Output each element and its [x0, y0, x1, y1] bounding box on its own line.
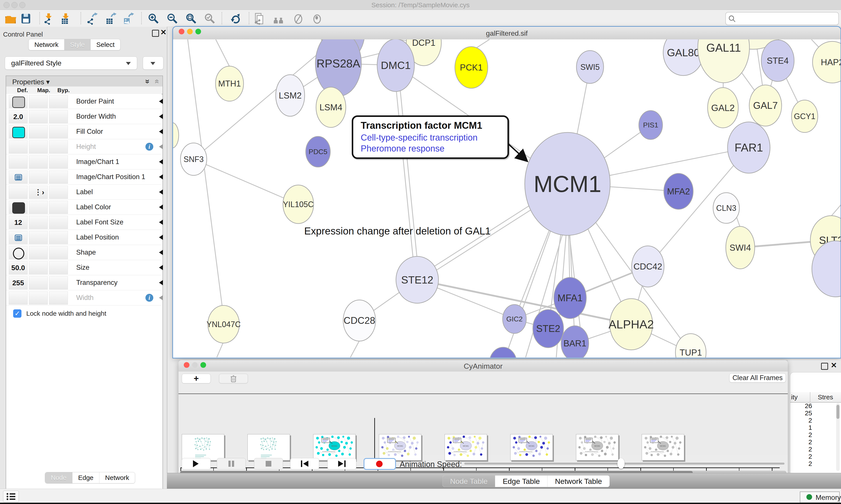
import-network-icon[interactable]	[43, 13, 55, 25]
table-cell[interactable]: 26	[790, 402, 812, 410]
default-value[interactable]: 2.0	[9, 113, 28, 121]
memory-button[interactable]: Memory	[800, 491, 840, 503]
byp-cell[interactable]	[49, 170, 68, 184]
pause-button[interactable]	[217, 458, 246, 469]
default-swatch[interactable]	[12, 127, 25, 138]
property-row-label[interactable]: ⋮› Label	[6, 184, 162, 200]
skip-to-start-button[interactable]	[290, 458, 319, 469]
annotation-box[interactable]: Transcription factor MCM1 Cell-type-spec…	[352, 115, 509, 159]
def-cell[interactable]	[9, 186, 28, 199]
node-rps28a[interactable]: RPS28A	[315, 39, 361, 96]
tab-network[interactable]: Network	[29, 39, 65, 50]
property-row-shape[interactable]: Shape	[6, 245, 162, 260]
property-row-image-chart-position-1[interactable]: Image/Chart Position 1	[6, 169, 162, 184]
node-ynl047c[interactable]: YNL047C	[207, 305, 241, 343]
node-mth1[interactable]: MTH1	[215, 66, 244, 101]
clear-all-frames-button[interactable]: Clear All Frames	[729, 373, 786, 382]
binoculars-icon[interactable]	[272, 13, 285, 25]
play-button[interactable]	[182, 458, 211, 469]
def-cell[interactable]	[9, 291, 28, 305]
map-cell[interactable]	[29, 261, 48, 274]
tab-style[interactable]: Style	[65, 39, 91, 50]
refresh-icon[interactable]	[230, 13, 242, 25]
node-lstub[interactable]	[173, 123, 179, 148]
default-swatch[interactable]	[12, 96, 25, 108]
table-cell[interactable]: 2	[790, 417, 812, 424]
float-panel-icon[interactable]	[152, 30, 159, 37]
expand-property-icon[interactable]	[159, 280, 163, 285]
property-row-border-width[interactable]: 2.0 Border Width	[6, 109, 162, 124]
node-swi4[interactable]: SWI4	[726, 227, 755, 269]
expand-property-icon[interactable]	[159, 204, 163, 210]
node-hap2[interactable]: HAP2	[812, 41, 841, 83]
table-header-row[interactable]: ity Stres	[790, 392, 841, 403]
column-divider[interactable]	[810, 392, 810, 402]
node-mfa1[interactable]: MFA1	[554, 277, 586, 319]
frame-thumbnail-1[interactable]	[248, 434, 290, 461]
float-table-icon[interactable]	[821, 363, 828, 370]
node-gal2[interactable]: GAL2	[708, 88, 738, 128]
node-bstub[interactable]	[489, 347, 517, 358]
node-pck1[interactable]: PCK1	[455, 47, 488, 88]
byp-cell[interactable]	[49, 140, 68, 154]
def-cell[interactable]	[9, 156, 28, 168]
node-yil105c[interactable]: YIL105C	[283, 185, 314, 223]
frame-thumbnail-7[interactable]: MCM1	[642, 434, 684, 461]
expand-property-icon[interactable]	[159, 129, 163, 134]
tab-network[interactable]: Network	[100, 472, 135, 483]
show-details-icon[interactable]	[311, 13, 323, 25]
expand-property-icon[interactable]	[159, 159, 163, 164]
byp-cell[interactable]	[49, 216, 68, 229]
info-icon[interactable]: i	[145, 143, 153, 151]
default-swatch[interactable]	[12, 202, 25, 214]
def-cell[interactable]	[9, 246, 28, 259]
info-icon[interactable]: i	[145, 294, 153, 302]
byp-cell[interactable]	[49, 110, 68, 123]
def-cell[interactable]: 12	[9, 216, 28, 229]
byp-cell[interactable]	[49, 261, 68, 274]
node-mfa2[interactable]: MFA2	[664, 174, 693, 209]
frame-thumbnail-2[interactable]: MCM1	[313, 434, 356, 461]
node-mcm1[interactable]: MCM1	[525, 132, 610, 235]
lock-checkbox[interactable]: ✓	[13, 309, 21, 318]
node-bar1[interactable]: BAR1	[561, 326, 589, 358]
cyanimator-timeline[interactable]: MCM1MCM1MCM1MCM1MCM1MCM1 0123456789 Seco…	[179, 394, 788, 455]
node-gal7[interactable]: GAL7	[749, 85, 782, 126]
map-cell[interactable]	[29, 140, 48, 154]
table-cell[interactable]: 2	[790, 453, 812, 460]
node-pdc5[interactable]: PDC5	[306, 137, 330, 167]
import-table-icon[interactable]	[60, 13, 72, 25]
node-cdc42[interactable]: CDC42	[632, 246, 664, 287]
byp-cell[interactable]	[49, 231, 68, 244]
map-cell[interactable]	[29, 246, 48, 259]
property-row-border-paint[interactable]: Border Paint	[6, 94, 162, 109]
map-cell[interactable]	[29, 231, 48, 244]
export-table-icon[interactable]	[105, 13, 117, 25]
property-row-transparency[interactable]: 255 Transparency	[6, 275, 162, 290]
def-cell[interactable]	[9, 95, 28, 108]
byp-cell[interactable]	[49, 201, 68, 214]
ellipse-shape-icon[interactable]	[13, 248, 24, 259]
close-panel-icon[interactable]: ✕	[160, 29, 167, 35]
map-cell[interactable]	[29, 216, 48, 229]
delete-frame-button[interactable]	[219, 374, 248, 383]
node-ste2[interactable]: STE2	[533, 310, 563, 348]
zoom-fit-icon[interactable]	[185, 13, 197, 25]
default-value[interactable]: 12	[9, 218, 28, 227]
node-far1[interactable]: FAR1	[728, 122, 770, 173]
property-row-label-color[interactable]: Label Color	[6, 200, 162, 215]
node-cdc28[interactable]: CDC28	[343, 300, 376, 341]
default-value[interactable]: 50.0	[9, 264, 28, 272]
property-row-width[interactable]: Width i	[6, 290, 162, 305]
expand-property-icon[interactable]	[159, 144, 163, 149]
expand-property-icon[interactable]	[159, 99, 163, 104]
zoom-in-icon[interactable]	[147, 13, 160, 25]
byp-cell[interactable]	[49, 186, 68, 199]
tab-select[interactable]: Select	[91, 39, 120, 50]
map-cell[interactable]	[29, 110, 48, 123]
copy-view-icon[interactable]	[253, 13, 265, 25]
node-gic2[interactable]: GIC2	[503, 305, 526, 334]
table-cell[interactable]: 2	[790, 446, 812, 453]
record-button[interactable]	[363, 458, 396, 470]
property-row-fill-color[interactable]: Fill Color	[6, 124, 162, 139]
